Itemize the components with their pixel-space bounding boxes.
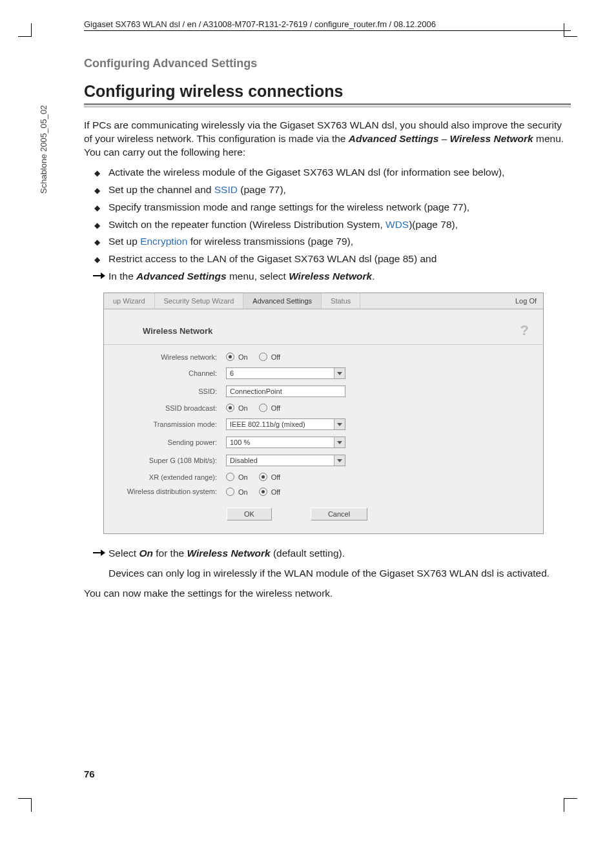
chevron-down-icon — [334, 368, 345, 378]
row-transmission-mode: Transmission mode: IEEE 802.11b/g (mixed… — [104, 418, 533, 430]
bullet-list: Activate the wireless module of the Giga… — [84, 166, 571, 267]
tab-security-wizard[interactable]: Security Setup Wizard — [155, 293, 244, 309]
section-label: Configuring Advanced Settings — [84, 57, 571, 70]
separator — [104, 344, 543, 345]
radio-wds-off[interactable] — [259, 488, 267, 496]
step-text: In the — [108, 271, 136, 282]
chevron-down-icon — [334, 455, 345, 466]
select-transmission-mode[interactable]: IEEE 802.11b/g (mixed) — [226, 418, 345, 430]
list-item: Activate the wireless module of the Giga… — [97, 166, 571, 180]
router-ui-screenshot: up Wizard Security Setup Wizard Advanced… — [103, 293, 544, 534]
radio-ssidbc-off[interactable] — [259, 404, 267, 412]
radio-label: Off — [271, 488, 280, 496]
step-note: Devices can only log in wirelessly if th… — [108, 567, 571, 581]
list-text: for wireless transmissions (page 79), — [187, 236, 353, 247]
instruction-step: Select On for the Wireless Network (defa… — [84, 547, 571, 561]
row-ssid: SSID: ConnectionPoint — [104, 386, 533, 397]
template-version: Schablone 2005_05_02 — [39, 105, 48, 194]
ssid-link[interactable]: SSID — [214, 184, 238, 195]
page-number: 76 — [84, 768, 95, 779]
cancel-button[interactable]: Cancel — [311, 508, 367, 520]
list-text: Switch on the repeater function (Wireles… — [108, 219, 385, 230]
input-ssid[interactable]: ConnectionPoint — [226, 386, 345, 397]
select-value: Disabled — [230, 457, 258, 464]
select-value: IEEE 802.11b/g (mixed) — [230, 420, 305, 428]
select-channel[interactable]: 6 — [226, 367, 345, 379]
select-value: 100 % — [230, 438, 250, 446]
instruction-step: In the Advanced Settings menu, select Wi… — [84, 270, 571, 283]
radio-label: Off — [271, 473, 280, 481]
list-text: )(page 78), — [409, 219, 458, 230]
input-value: ConnectionPoint — [230, 387, 282, 395]
closing-paragraph: You can now make the settings for the wi… — [84, 587, 571, 601]
title-rule — [84, 103, 571, 107]
row-sending-power: Sending power: 100 % — [104, 437, 533, 448]
intro-paragraph: If PCs are communicating wirelessly via … — [84, 119, 571, 160]
row-ssid-broadcast: SSID broadcast: On Off — [104, 404, 533, 412]
intro-text: – — [442, 133, 450, 144]
row-wireless-network: Wireless network: On Off — [104, 353, 533, 361]
label-channel: Channel: — [104, 369, 226, 377]
label-sending-power: Sending power: — [104, 438, 226, 446]
radio-label: On — [238, 404, 248, 412]
settings-form: Wireless network: On Off Channel: 6 SSID… — [104, 353, 543, 533]
step-bold: Wireless Network — [289, 271, 372, 282]
tab-advanced-settings[interactable]: Advanced Settings — [243, 293, 322, 309]
logoff-link[interactable]: Log Of — [509, 293, 543, 309]
radio-xr-on[interactable] — [226, 473, 234, 481]
ok-button[interactable]: OK — [227, 508, 272, 520]
label-wireless-network: Wireless network: — [104, 353, 226, 361]
radio-label: On — [238, 488, 248, 496]
select-value: 6 — [230, 369, 234, 377]
help-icon[interactable]: ? — [520, 322, 529, 339]
row-wds: Wireless distribution system: On Off — [104, 488, 533, 496]
step-text: menu, select — [227, 271, 289, 282]
radio-wireless-on[interactable] — [226, 353, 234, 361]
list-text: Set up — [108, 236, 140, 247]
list-item: Set up Encryption for wireless transmiss… — [97, 235, 571, 249]
list-item: Set up the channel and SSID (page 77), — [97, 183, 571, 197]
list-text: (page 77), — [238, 184, 286, 195]
radio-label: On — [238, 473, 248, 481]
intro-bold-2: Wireless Network — [450, 133, 533, 144]
list-item: Restrict access to the LAN of the Gigase… — [97, 252, 571, 266]
tab-status[interactable]: Status — [322, 293, 360, 309]
list-item: Specify transmission mode and range sett… — [97, 201, 571, 214]
wds-link[interactable]: WDS — [385, 219, 409, 230]
radio-xr-off[interactable] — [259, 473, 267, 481]
row-super-g: Super G (108 Mbit/s): Disabled — [104, 455, 533, 466]
step-text: for the — [153, 548, 187, 559]
label-super-g: Super G (108 Mbit/s): — [104, 457, 226, 464]
radio-label: Off — [271, 404, 280, 412]
select-sending-power[interactable]: 100 % — [226, 437, 345, 448]
radio-wds-on[interactable] — [226, 488, 234, 496]
intro-bold-1: Advanced Settings — [349, 133, 439, 144]
step-bold: Advanced Settings — [136, 271, 227, 282]
select-super-g[interactable]: Disabled — [226, 455, 345, 466]
step-bold: On — [139, 548, 153, 559]
label-ssid-broadcast: SSID broadcast: — [104, 404, 226, 412]
label-transmission-mode: Transmission mode: — [104, 420, 226, 428]
tab-bar: up Wizard Security Setup Wizard Advanced… — [104, 293, 543, 309]
step-text: . — [372, 271, 375, 282]
crop-mark — [18, 23, 32, 37]
tab-spacer — [360, 293, 509, 309]
crop-mark — [564, 23, 577, 37]
radio-wireless-off[interactable] — [259, 353, 267, 361]
step-text: (default setting). — [271, 548, 345, 559]
list-item: Switch on the repeater function (Wireles… — [97, 218, 571, 232]
step-bold: Wireless Network — [187, 548, 270, 559]
label-ssid: SSID: — [104, 387, 226, 395]
encryption-link[interactable]: Encryption — [140, 236, 187, 247]
chevron-down-icon — [334, 437, 345, 448]
page-title: Configuring wireless connections — [84, 82, 571, 101]
radio-label: On — [238, 353, 248, 361]
radio-ssidbc-on[interactable] — [226, 404, 234, 412]
chevron-down-icon — [334, 419, 345, 429]
crop-mark — [564, 798, 577, 812]
row-xr: XR (extended range): On Off — [104, 473, 533, 481]
row-channel: Channel: 6 — [104, 367, 533, 379]
label-wds: Wireless distribution system: — [104, 488, 226, 496]
tab-setup-wizard[interactable]: up Wizard — [104, 293, 155, 309]
header-path: Gigaset SX763 WLAN dsl / en / A31008-M70… — [84, 19, 571, 31]
